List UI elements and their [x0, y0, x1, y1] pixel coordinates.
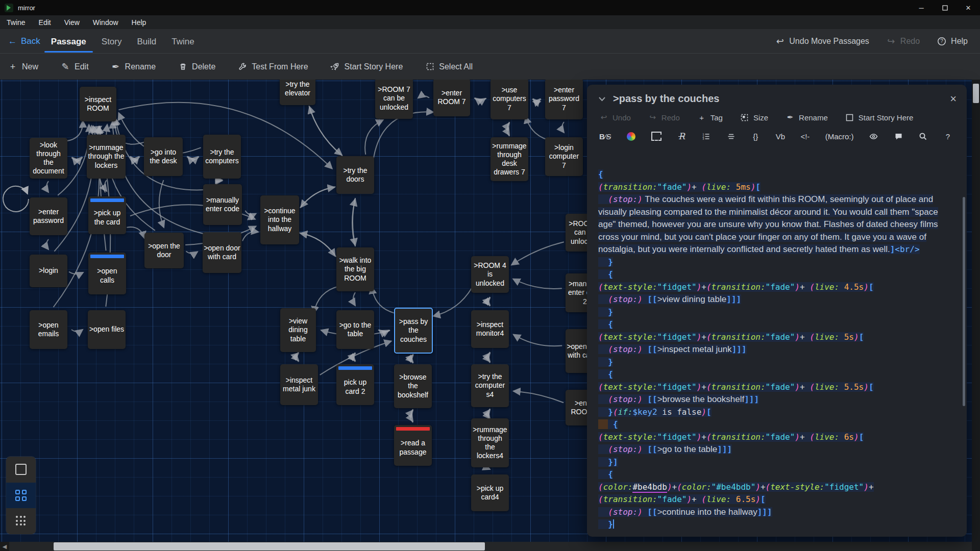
align-icon[interactable] — [726, 132, 736, 141]
passage-node[interactable]: >try the elevator — [280, 80, 315, 105]
code-line: (transition:"fade")+ (live: 6.5s)[ — [598, 493, 963, 506]
passage-node-label: >login computer 7 — [546, 143, 582, 169]
rename-button[interactable]: ✒Rename — [111, 62, 156, 71]
macro-menu[interactable]: (Macro:) — [825, 132, 854, 141]
tab-twine[interactable]: Twine — [164, 31, 202, 52]
rename-button[interactable]: ✒Rename — [786, 113, 828, 122]
passage-node[interactable]: >rummage through the lockers — [87, 135, 126, 179]
passage-node[interactable]: >go into the desk — [144, 137, 183, 176]
scroll-left-arrow-icon[interactable]: ◀ — [0, 542, 9, 551]
help-icon[interactable]: ? — [943, 132, 952, 141]
code-line: age" themed, however you are unsure why … — [598, 218, 963, 231]
code-line: (text-style:"fidget")+(transition:"fade"… — [598, 381, 963, 394]
passage-node-label: >inspect metal junk — [281, 376, 317, 393]
code-line: { — [598, 268, 963, 281]
tab-passage[interactable]: Passage — [43, 31, 94, 52]
redo-button[interactable]: ↪Redo — [887, 37, 920, 46]
text-style-icon[interactable]: B⁄S — [599, 132, 611, 141]
passage-node[interactable]: >enter password 7 — [545, 80, 583, 119]
passage-node[interactable]: >continue into the hallway — [260, 195, 299, 244]
passage-node[interactable]: >try the computers — [203, 135, 241, 179]
menu-window[interactable]: Window — [86, 15, 125, 29]
tag-button[interactable]: +Tag — [697, 113, 723, 122]
test-from-here-button[interactable]: Test From Here — [238, 62, 308, 71]
menu-twine[interactable]: Twine — [0, 15, 32, 29]
vertical-scrollbar-thumb[interactable] — [973, 84, 979, 103]
new-button[interactable]: +New — [8, 62, 38, 71]
comment-bubble-icon[interactable] — [894, 132, 903, 141]
scrollbar-corner — [972, 542, 980, 551]
passage-node[interactable]: >ROOM 7 can be unlocked — [375, 80, 413, 119]
editor-close-icon[interactable]: × — [950, 93, 957, 105]
passage-node[interactable]: >inspect monitor4 — [471, 310, 509, 348]
passage-node[interactable]: >login — [30, 255, 67, 287]
horizontal-scrollbar-thumb[interactable] — [54, 542, 485, 550]
passage-node[interactable]: >enter ROOM 7 — [433, 80, 470, 116]
size-icon — [740, 113, 749, 122]
passage-node[interactable]: >try the doors — [336, 156, 374, 194]
collapse-icon[interactable]: {} — [751, 132, 760, 141]
passage-node[interactable]: >ROOM 4 is unlocked — [471, 256, 509, 293]
start-story-here-button[interactable]: Start Story Here — [331, 62, 403, 71]
chevron-down-icon[interactable] — [598, 96, 606, 102]
close-button[interactable]: ✕ — [957, 0, 980, 15]
passage-node[interactable]: >inspect ROOM — [80, 87, 116, 121]
passage-node[interactable]: >open files — [88, 310, 126, 349]
verbatim-icon[interactable]: Vb — [776, 132, 785, 141]
vertical-scrollbar[interactable] — [972, 80, 980, 542]
menu-edit[interactable]: Edit — [32, 15, 58, 29]
back-button[interactable]: ← Back — [8, 36, 40, 46]
passage-node[interactable]: >open emails — [30, 310, 67, 349]
passage-node[interactable]: >try the computer s4 — [471, 364, 509, 407]
zoom-medium-button[interactable] — [6, 483, 36, 509]
passage-node[interactable]: >enter password — [30, 197, 67, 235]
zoom-large-button[interactable] — [6, 457, 36, 483]
passage-node[interactable]: >read a passage — [394, 425, 432, 466]
passage-node[interactable]: >inspect metal junk — [280, 364, 318, 405]
undo-move-passages-button[interactable]: ↩Undo Move Passages — [775, 37, 869, 46]
passage-node[interactable]: >walk into the big ROOM — [336, 247, 374, 291]
menu-help[interactable]: Help — [125, 15, 153, 29]
tab-build[interactable]: Build — [129, 31, 164, 52]
passage-node[interactable]: >rummage through desk drawers 7 — [491, 137, 528, 181]
zoom-small-button[interactable] — [6, 508, 36, 534]
passage-node[interactable]: pick up card 2 — [336, 364, 374, 405]
passage-node[interactable]: >pass by the couches — [394, 308, 433, 354]
passage-code-editor[interactable]: {(transition:"fade")+ (live: 5ms)[ (stop… — [587, 165, 967, 537]
minimize-button[interactable]: ─ — [910, 0, 933, 15]
passage-link-arrow — [300, 233, 336, 257]
passage-node[interactable]: >rummage through the lockers4 — [471, 418, 509, 467]
border-icon[interactable] — [651, 132, 662, 141]
preview-eye-icon[interactable] — [869, 132, 878, 141]
search-icon[interactable] — [919, 132, 928, 141]
start-story-here-button[interactable]: Start Story Here — [845, 113, 914, 122]
undo-button[interactable]: ↩Undo — [599, 113, 631, 122]
passage-node-label: >enter password 7 — [546, 86, 582, 112]
size-button[interactable]: Size — [740, 113, 768, 122]
tab-story[interactable]: Story — [94, 31, 130, 52]
passage-node[interactable]: >login computer 7 — [545, 137, 583, 176]
edit-button[interactable]: ✎Edit — [61, 62, 89, 71]
passage-node[interactable]: >pick up the card — [88, 196, 126, 234]
passage-node[interactable]: >open door with card — [203, 232, 241, 273]
passage-node[interactable]: >view dining table — [280, 308, 316, 352]
comment-icon[interactable]: <!- — [800, 132, 810, 141]
passage-node[interactable]: >go to the table — [336, 310, 374, 349]
remove-style-icon[interactable]: R — [677, 131, 686, 141]
color-wheel-icon[interactable] — [627, 132, 636, 141]
maximize-button[interactable] — [933, 0, 957, 15]
passage-node[interactable]: >pick up card4 — [471, 474, 509, 511]
passage-node[interactable]: >browse the bookshelf — [394, 364, 432, 408]
passage-node[interactable]: >open the door — [144, 233, 184, 268]
editor-scrollbar-thumb[interactable] — [963, 197, 965, 406]
passage-node[interactable]: >manually enter code — [203, 184, 242, 225]
redo-button[interactable]: ↪Redo — [648, 113, 680, 122]
numbered-list-icon[interactable]: 123 — [702, 132, 711, 141]
passage-node[interactable]: >open calls — [88, 253, 126, 294]
passage-node[interactable]: >look through the document — [30, 138, 67, 179]
help-button[interactable]: ?Help — [937, 37, 968, 46]
delete-button[interactable]: Delete — [178, 62, 215, 71]
menu-view[interactable]: View — [58, 15, 86, 29]
passage-node[interactable]: >use computers 7 — [491, 80, 528, 119]
select-all-button[interactable]: Select All — [425, 62, 473, 71]
